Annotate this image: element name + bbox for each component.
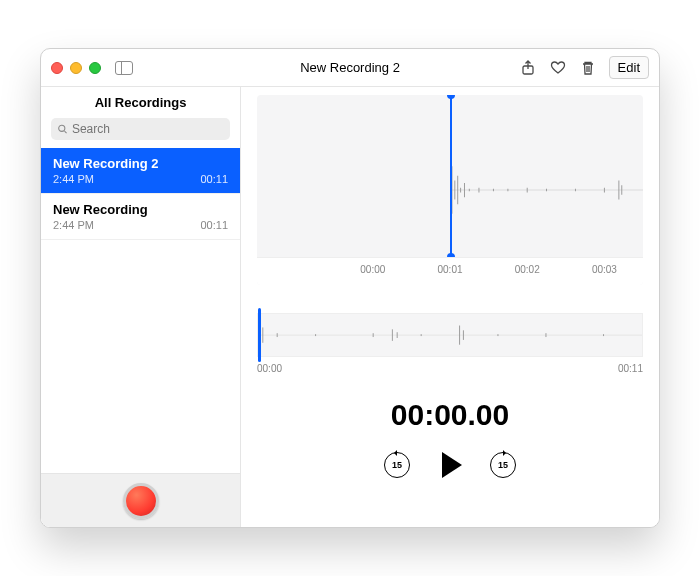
record-button[interactable] xyxy=(123,483,159,519)
skip-forward-label: 15 xyxy=(498,460,508,470)
ruler-tick: 00:03 xyxy=(566,258,643,285)
zoom-time-ruler: 00:0000:0100:0200:03 xyxy=(257,257,643,285)
trash-icon[interactable] xyxy=(579,59,597,77)
search-input[interactable] xyxy=(72,122,224,136)
zoom-playhead[interactable] xyxy=(450,95,452,257)
fullscreen-window-button[interactable] xyxy=(89,62,101,74)
playback-time: 00:00.00 xyxy=(241,398,659,432)
search-field[interactable] xyxy=(51,118,230,140)
sidebar: All Recordings New Recording 22:44 PM00:… xyxy=(41,87,241,527)
svg-point-1 xyxy=(59,125,65,131)
recording-duration: 00:11 xyxy=(200,173,228,185)
ruler-tick: 00:00 xyxy=(334,258,411,285)
playback-controls: 15 15 xyxy=(241,452,659,478)
waveform-full-graphic xyxy=(258,314,642,356)
window-controls xyxy=(51,62,101,74)
recording-time: 2:44 PM xyxy=(53,173,94,185)
full-playhead[interactable] xyxy=(258,308,261,362)
recording-title: New Recording xyxy=(53,202,228,217)
edit-button[interactable]: Edit xyxy=(609,56,649,79)
skip-back-label: 15 xyxy=(392,460,402,470)
zoomed-waveform[interactable]: 00:0000:0100:0200:03 xyxy=(257,95,643,285)
full-waveform[interactable] xyxy=(257,313,643,357)
sidebar-toggle-icon[interactable] xyxy=(115,61,133,75)
favorite-icon[interactable] xyxy=(549,59,567,77)
ruler-tick: 00:02 xyxy=(489,258,566,285)
full-start-label: 00:00 xyxy=(257,363,282,374)
recording-row[interactable]: New Recording 22:44 PM00:11 xyxy=(41,148,240,194)
recording-row[interactable]: New Recording2:44 PM00:11 xyxy=(41,194,240,240)
minimize-window-button[interactable] xyxy=(70,62,82,74)
full-end-label: 00:11 xyxy=(618,363,643,374)
recording-duration: 00:11 xyxy=(200,219,228,231)
play-button[interactable] xyxy=(442,452,462,478)
full-waveform-labels: 00:00 00:11 xyxy=(257,363,643,374)
sidebar-title: All Recordings xyxy=(41,87,240,118)
search-icon xyxy=(57,123,68,135)
ruler-tick: 00:01 xyxy=(411,258,488,285)
main-panel: 00:0000:0100:0200:03 xyxy=(241,87,659,527)
title-bar: New Recording 2 Edit xyxy=(41,49,659,87)
share-icon[interactable] xyxy=(519,59,537,77)
sidebar-footer xyxy=(41,473,240,527)
skip-forward-button[interactable]: 15 xyxy=(490,452,516,478)
recording-time: 2:44 PM xyxy=(53,219,94,231)
recording-list: New Recording 22:44 PM00:11New Recording… xyxy=(41,148,240,473)
recording-title: New Recording 2 xyxy=(53,156,228,171)
close-window-button[interactable] xyxy=(51,62,63,74)
skip-back-button[interactable]: 15 xyxy=(384,452,410,478)
app-window: New Recording 2 Edit All R xyxy=(40,48,660,528)
